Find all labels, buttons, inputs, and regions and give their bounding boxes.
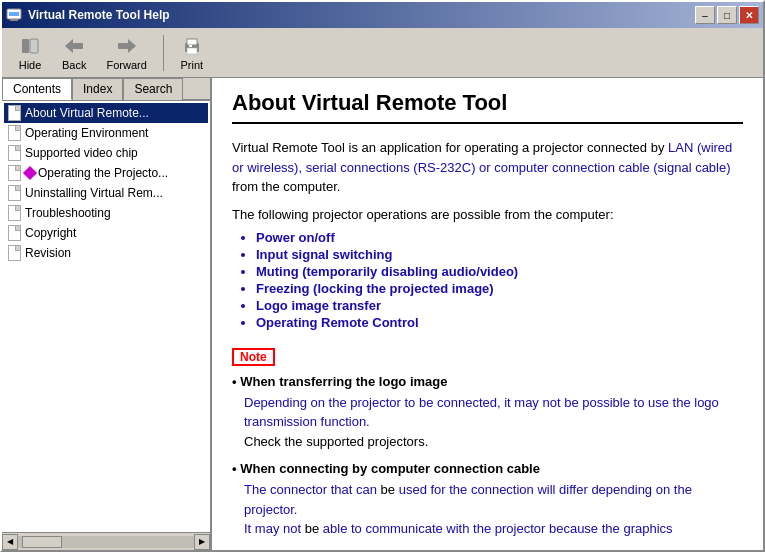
tabs-bar: Contents Index Search <box>2 78 210 101</box>
note-title-2: When connecting by computer connection c… <box>232 461 743 476</box>
svg-rect-3 <box>22 39 29 53</box>
note-label: Note <box>232 348 275 366</box>
left-panel-hscrollbar[interactable]: ◀ ▶ <box>2 532 210 550</box>
list-item-muting: Muting (temporarily disabling audio/vide… <box>256 264 743 279</box>
document-icon-2 <box>6 125 22 141</box>
left-panel: Contents Index Search About Virtual Remo… <box>2 78 212 550</box>
back-icon <box>62 34 86 58</box>
svg-rect-12 <box>189 45 192 47</box>
app-icon <box>6 7 22 23</box>
tab-search[interactable]: Search <box>123 78 183 100</box>
svg-rect-2 <box>9 12 19 16</box>
hide-icon <box>18 34 42 58</box>
content-title: About Virtual Remote Tool <box>232 90 743 124</box>
title-bar: Virtual Remote Tool Help – □ ✕ <box>2 2 763 28</box>
tab-contents[interactable]: Contents <box>2 78 72 100</box>
window-title: Virtual Remote Tool Help <box>28 8 695 22</box>
tree-item-copyright[interactable]: Copyright <box>4 223 208 243</box>
tree-item-revision[interactable]: Revision <box>4 243 208 263</box>
document-icon-4 <box>6 165 22 181</box>
svg-rect-8 <box>118 43 128 49</box>
diamond-icon <box>23 166 37 180</box>
list-item-freezing: Freezing (locking the projected image) <box>256 281 743 296</box>
note-section-2: When connecting by computer connection c… <box>232 461 743 539</box>
back-button[interactable]: Back <box>54 32 94 73</box>
svg-rect-6 <box>73 43 83 49</box>
minimize-button[interactable]: – <box>695 6 715 24</box>
document-icon <box>6 105 22 121</box>
toolbar: Hide Back Forward <box>2 28 763 78</box>
svg-rect-11 <box>187 48 197 54</box>
list-item-remote: Operating Remote Control <box>256 315 743 330</box>
toolbar-separator <box>163 35 164 71</box>
list-intro: The following projector operations are p… <box>232 207 743 222</box>
right-panel: About Virtual Remote Tool Virtual Remote… <box>212 78 763 550</box>
list-item-logo: Logo image transfer <box>256 298 743 313</box>
content-intro: Virtual Remote Tool is an application fo… <box>232 138 743 197</box>
tree-view: About Virtual Remote... Operating Enviro… <box>2 101 210 532</box>
main-content: Contents Index Search About Virtual Remo… <box>2 78 763 550</box>
print-icon <box>180 34 204 58</box>
operations-list: Power on/off Input signal switching Muti… <box>232 230 743 330</box>
tab-index[interactable]: Index <box>72 78 123 100</box>
tree-item-about[interactable]: About Virtual Remote... <box>4 103 208 123</box>
close-button[interactable]: ✕ <box>739 6 759 24</box>
svg-rect-4 <box>30 39 38 53</box>
forward-button[interactable]: Forward <box>98 32 154 73</box>
maximize-button[interactable]: □ <box>717 6 737 24</box>
tree-item-operating-env[interactable]: Operating Environment <box>4 123 208 143</box>
document-icon-3 <box>6 145 22 161</box>
note-title-1: When transferring the logo image <box>232 374 743 389</box>
svg-rect-1 <box>10 19 18 21</box>
document-icon-5 <box>6 185 22 201</box>
tree-item-supported-video[interactable]: Supported video chip <box>4 143 208 163</box>
document-icon-8 <box>6 245 22 261</box>
tree-item-troubleshooting[interactable]: Troubleshooting <box>4 203 208 223</box>
print-button[interactable]: Print <box>172 32 212 73</box>
scroll-thumb[interactable] <box>22 536 62 548</box>
scroll-track[interactable] <box>18 536 194 548</box>
svg-marker-7 <box>128 39 136 53</box>
tree-item-uninstalling[interactable]: Uninstalling Virtual Rem... <box>4 183 208 203</box>
scroll-right-btn[interactable]: ▶ <box>194 534 210 550</box>
scroll-left-btn[interactable]: ◀ <box>2 534 18 550</box>
tree-item-operating-projector[interactable]: Operating the Projecto... <box>4 163 208 183</box>
document-icon-6 <box>6 205 22 221</box>
list-item-input: Input signal switching <box>256 247 743 262</box>
note-body-1: Depending on the projector to be connect… <box>232 393 743 452</box>
note-body-2: The connector that can be used for the c… <box>232 480 743 539</box>
list-item-power: Power on/off <box>256 230 743 245</box>
svg-marker-5 <box>65 39 73 53</box>
note-section-1: When transferring the logo image Dependi… <box>232 374 743 452</box>
hide-button[interactable]: Hide <box>10 32 50 73</box>
main-window: Virtual Remote Tool Help – □ ✕ Hide <box>0 0 765 552</box>
window-controls: – □ ✕ <box>695 6 759 24</box>
svg-rect-10 <box>187 39 197 45</box>
document-icon-7 <box>6 225 22 241</box>
forward-icon <box>115 34 139 58</box>
